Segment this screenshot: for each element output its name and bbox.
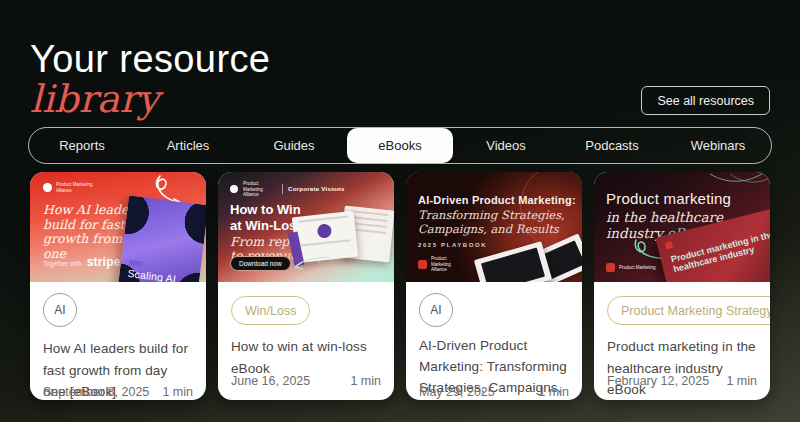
- thumbnail-subheading-line2: Campaigns, and Results: [418, 223, 565, 237]
- resource-card-win-loss[interactable]: Product Marketing Alliance Corporate Vis…: [218, 172, 394, 400]
- page-title: Your resource library: [30, 40, 270, 120]
- card-body: AI How AI leaders build for fast growth …: [30, 293, 206, 400]
- card-read-time: 1 min: [350, 374, 381, 388]
- pma-logo-label: Product Marketing Alliance: [243, 181, 277, 198]
- partner-lockup: Together with stripe: [43, 255, 121, 269]
- card-body: Win/Loss How to win at win-loss eBook Ju…: [218, 282, 394, 400]
- thumbnail-subheading: Transforming Strategies, Campaigns, and …: [418, 209, 565, 237]
- category-badge[interactable]: Win/Loss: [231, 296, 310, 325]
- page-title-line1: Your resource: [30, 40, 270, 78]
- donut-chart-graphic: [317, 223, 332, 238]
- pma-logo-label: Product Marketing Alliance: [431, 256, 467, 273]
- card-read-time: 1 min: [726, 374, 757, 388]
- card-thumbnail: Product marketing in the healthcare indu…: [594, 172, 770, 282]
- resource-card-ai-leaders[interactable]: Product Marketing Alliance How AI leader…: [30, 172, 206, 400]
- card-meta: June 16, 2025 1 min: [231, 374, 381, 388]
- see-all-resources-button[interactable]: See all resources: [641, 86, 770, 115]
- card-body: AI AI-Driven Product Marketing: Transfor…: [406, 293, 582, 400]
- card-date: May 29, 2025: [419, 385, 495, 399]
- category-badge[interactable]: Product Marketing Strategy: [607, 296, 770, 325]
- thumbnail-heading: Product marketing: [606, 190, 731, 207]
- tab-ebooks[interactable]: eBooks: [347, 128, 453, 163]
- card-meta: February 12, 2025 1 min: [607, 374, 757, 388]
- resource-card-healthcare[interactable]: Product marketing in the healthcare indu…: [594, 172, 770, 400]
- pma-logo: Product Marketing Alliance: [43, 182, 96, 193]
- category-badge[interactable]: AI: [419, 293, 453, 327]
- resource-library-page: Your resource library See all resources …: [0, 0, 800, 422]
- ebook-cover-tag: [129, 260, 144, 267]
- resource-type-tabbar: Reports Articles Guides eBooks Videos Po…: [28, 127, 772, 164]
- arrow-doodle-icon: [290, 254, 334, 280]
- ebook-cover: Scaling AI: [118, 195, 206, 282]
- pma-logo-icon: [665, 241, 673, 249]
- card-thumbnail: Product Marketing Alliance How AI leader…: [30, 172, 206, 282]
- tab-guides[interactable]: Guides: [241, 128, 347, 163]
- card-read-time: 1 min: [162, 385, 193, 399]
- thumbnail-subheading-line1: Transforming Strategies,: [418, 209, 565, 223]
- card-date: February 12, 2025: [607, 374, 709, 388]
- playbook-kicker: 2025 PLAYBOOK: [418, 242, 487, 248]
- page-title-line2: library: [30, 80, 270, 120]
- tab-videos[interactable]: Videos: [453, 128, 559, 163]
- card-body: Product Marketing Strategy Product marke…: [594, 282, 770, 400]
- resource-card-grid: Product Marketing Alliance How AI leader…: [30, 172, 770, 400]
- tab-podcasts[interactable]: Podcasts: [559, 128, 665, 163]
- pma-logo-label: Product Marketing: [619, 265, 663, 271]
- resource-card-ai-driven-pmm[interactable]: AI-Driven Product Marketing: Transformin…: [406, 172, 582, 400]
- pma-logo-icon: [43, 183, 52, 192]
- pma-logo-icon: [418, 260, 427, 269]
- tab-reports[interactable]: Reports: [29, 128, 135, 163]
- thumbnail-heading-line1: How to Win: [230, 202, 304, 218]
- co-brand-lockup: Product Marketing Alliance Corporate Vis…: [230, 181, 345, 198]
- pma-logo-icon: [230, 185, 238, 193]
- pma-logo: Product Marketing: [606, 263, 663, 272]
- tab-webinars[interactable]: Webinars: [665, 128, 771, 163]
- stripe-logo: stripe: [87, 255, 121, 269]
- thumbnail-heading: AI-Driven Product Marketing:: [418, 194, 576, 206]
- ebook-cover-title: Product marketing in the healthcare indu…: [670, 228, 770, 275]
- pma-logo: Product Marketing Alliance: [418, 256, 467, 273]
- tab-articles[interactable]: Articles: [135, 128, 241, 163]
- partner-prefix: Together with: [43, 260, 82, 267]
- pma-logo-icon: [606, 263, 615, 272]
- card-meta: May 29, 2025 1 min: [419, 385, 569, 399]
- corporate-visions-logo: Corporate Visions: [288, 186, 345, 192]
- divider: [282, 184, 283, 194]
- card-read-time: 1 min: [538, 385, 569, 399]
- ebook-cover-title: Scaling AI: [127, 267, 177, 282]
- card-title: How to win at win-loss eBook: [231, 336, 381, 379]
- download-now-button: Download now: [230, 256, 291, 271]
- card-thumbnail: AI-Driven Product Marketing: Transformin…: [406, 172, 582, 282]
- thumbnail-subheading-line1: in the healthcare: [606, 209, 723, 225]
- card-date: June 16, 2025: [231, 374, 310, 388]
- card-meta: September 8, 2025 1 min: [43, 385, 193, 399]
- pma-logo: [665, 241, 673, 249]
- card-date: September 8, 2025: [43, 385, 149, 399]
- card-thumbnail: Product Marketing Alliance Corporate Vis…: [218, 172, 394, 282]
- card-title: Product marketing in the healthcare indu…: [607, 336, 757, 400]
- pma-logo-label: Product Marketing Alliance: [56, 182, 96, 193]
- category-badge[interactable]: AI: [43, 293, 77, 327]
